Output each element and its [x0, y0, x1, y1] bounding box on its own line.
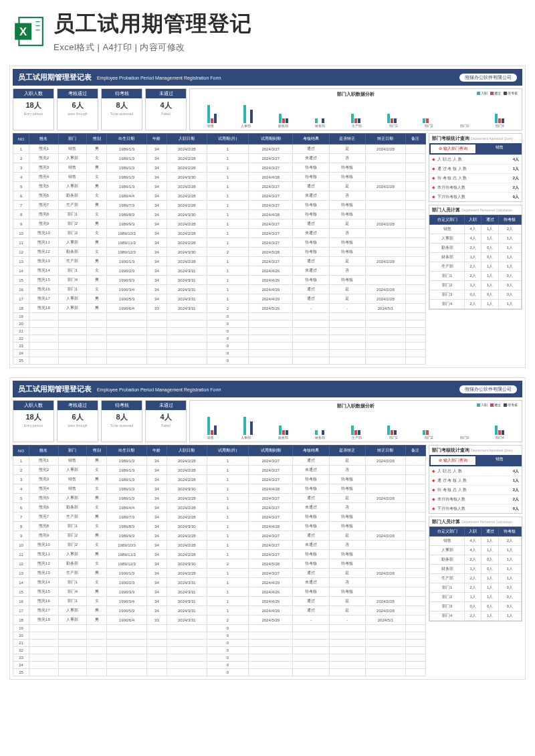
- table-cell[interactable]: 11: [13, 238, 29, 248]
- table-cell[interactable]: [167, 357, 207, 365]
- table-cell[interactable]: 通过: [293, 257, 329, 266]
- table-cell[interactable]: 34: [146, 257, 167, 266]
- table-cell[interactable]: [58, 647, 86, 654]
- table-cell[interactable]: 19: [13, 625, 29, 632]
- table-cell[interactable]: 1989/7/3: [107, 201, 147, 210]
- table-cell[interactable]: 2024/2/28: [366, 294, 406, 304]
- table-cell[interactable]: [146, 350, 167, 357]
- table-cell[interactable]: 2: [207, 304, 248, 313]
- table-cell[interactable]: 熊亮12: [29, 248, 59, 257]
- table-cell[interactable]: 14: [13, 578, 29, 587]
- table-cell[interactable]: 女: [86, 210, 106, 219]
- table-cell[interactable]: [293, 343, 329, 350]
- table-cell[interactable]: [58, 350, 86, 357]
- table-cell[interactable]: 否: [329, 503, 365, 512]
- table-cell[interactable]: 通过: [293, 531, 329, 541]
- table-cell[interactable]: 1990/1/3: [107, 569, 147, 578]
- table-cell[interactable]: 女: [86, 559, 106, 569]
- table-cell[interactable]: 6: [13, 191, 29, 201]
- table-cell[interactable]: 人事部: [58, 616, 86, 625]
- table-cell[interactable]: 女: [86, 229, 106, 238]
- table-cell[interactable]: [405, 541, 425, 550]
- table-cell[interactable]: 20: [13, 632, 29, 640]
- table-cell[interactable]: [249, 335, 293, 343]
- table-cell[interactable]: 销售: [58, 163, 86, 173]
- table-cell[interactable]: [58, 320, 86, 328]
- table-cell[interactable]: [366, 328, 406, 335]
- table-cell[interactable]: [58, 625, 86, 632]
- table-cell[interactable]: 2024/3/27: [249, 456, 293, 466]
- table-cell[interactable]: 熊亮15: [29, 276, 59, 285]
- table-cell[interactable]: 0: [207, 343, 248, 350]
- table-cell[interactable]: 17: [13, 294, 29, 304]
- table-cell[interactable]: 待考核: [293, 475, 329, 484]
- table-cell[interactable]: [405, 335, 425, 343]
- table-cell[interactable]: 人事部: [58, 466, 86, 475]
- table-row[interactable]: 230: [13, 343, 426, 350]
- table-cell[interactable]: 1990/3/4: [107, 597, 147, 606]
- table-cell[interactable]: 1: [207, 219, 248, 229]
- table-cell[interactable]: 1: [207, 173, 248, 182]
- table-cell[interactable]: 待考核: [329, 559, 365, 569]
- table-cell[interactable]: [146, 320, 167, 328]
- table-cell[interactable]: [293, 625, 329, 632]
- table-cell[interactable]: 2024/3/27: [249, 494, 293, 503]
- table-cell[interactable]: [329, 335, 365, 343]
- table-cell[interactable]: 34: [146, 569, 167, 578]
- table-row[interactable]: 15熊亮15部门4男1990/3/3342024/3/3112024/4/29待…: [13, 276, 426, 285]
- table-cell[interactable]: 未通过: [293, 541, 329, 550]
- table-cell[interactable]: [405, 597, 425, 606]
- table-cell[interactable]: [293, 654, 329, 662]
- table-cell[interactable]: 2024/3/27: [249, 512, 293, 522]
- table-row[interactable]: 5熊亮5人事部男1989/1/3342024/2/2812024/3/27通过是…: [13, 182, 426, 191]
- table-cell[interactable]: 2024/4/29: [249, 597, 293, 606]
- table-cell[interactable]: [146, 654, 167, 662]
- table-cell[interactable]: [167, 335, 207, 343]
- table-cell[interactable]: [366, 191, 406, 201]
- table-cell[interactable]: 部门4: [58, 587, 86, 597]
- table-cell[interactable]: [366, 484, 406, 494]
- table-cell[interactable]: 11: [13, 550, 29, 559]
- table-cell[interactable]: [146, 647, 167, 654]
- table-cell[interactable]: [167, 320, 207, 328]
- table-cell[interactable]: 1: [207, 466, 248, 475]
- table-cell[interactable]: [249, 662, 293, 669]
- table-cell[interactable]: 1990/2/3: [107, 266, 147, 276]
- table-cell[interactable]: 34: [146, 531, 167, 541]
- table-cell[interactable]: 34: [146, 578, 167, 587]
- table-cell[interactable]: 男: [86, 238, 106, 248]
- table-cell[interactable]: 待考核: [293, 484, 329, 494]
- table-cell[interactable]: 部门2: [58, 531, 86, 541]
- table-cell[interactable]: 1989/1/3: [107, 494, 147, 503]
- table-cell[interactable]: [405, 248, 425, 257]
- table-cell[interactable]: 2024/5/28: [249, 559, 293, 569]
- table-cell[interactable]: 1990/6/4: [107, 616, 147, 625]
- table-cell[interactable]: [366, 210, 406, 219]
- table-cell[interactable]: 1: [207, 238, 248, 248]
- table-cell[interactable]: 1989/1/3: [107, 182, 147, 191]
- table-cell[interactable]: 2024/2/28: [366, 606, 406, 616]
- table-cell[interactable]: 2024/4/29: [249, 285, 293, 294]
- table-cell[interactable]: 1989/1/3: [107, 475, 147, 484]
- table-cell[interactable]: 0: [207, 335, 248, 343]
- table-cell[interactable]: 2024/3/27: [249, 238, 293, 248]
- table-cell[interactable]: 1: [207, 541, 248, 550]
- table-cell[interactable]: 待考核: [329, 173, 365, 182]
- table-cell[interactable]: [329, 350, 365, 357]
- table-cell[interactable]: 熊亮6: [29, 503, 59, 512]
- table-cell[interactable]: 1989/8/3: [107, 210, 147, 219]
- table-cell[interactable]: 是: [329, 257, 365, 266]
- table-cell[interactable]: 男: [86, 276, 106, 285]
- table-cell[interactable]: [146, 335, 167, 343]
- table-cell[interactable]: 6: [13, 503, 29, 512]
- table-cell[interactable]: 34: [146, 154, 167, 163]
- table-cell[interactable]: [329, 313, 365, 320]
- table-cell[interactable]: [86, 313, 106, 320]
- table-cell[interactable]: 34: [146, 503, 167, 512]
- table-cell[interactable]: 女: [86, 597, 106, 606]
- table-cell[interactable]: 1: [207, 285, 248, 294]
- table-cell[interactable]: [329, 328, 365, 335]
- table-cell[interactable]: [249, 669, 293, 676]
- table-cell[interactable]: 2024/4/29: [249, 276, 293, 285]
- table-cell[interactable]: 34: [146, 182, 167, 191]
